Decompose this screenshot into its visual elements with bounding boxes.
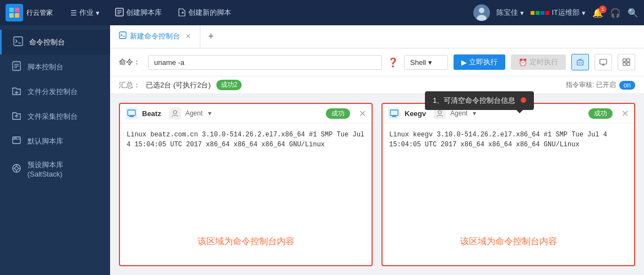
success-badge: 成功2 bbox=[216, 80, 242, 90]
close-beatz[interactable]: ✕ bbox=[359, 108, 366, 119]
tooltip-popup: 1、可清空命令控制台信息 bbox=[425, 91, 534, 110]
help-icon[interactable]: ❓ bbox=[388, 57, 399, 68]
exec-schedule-button[interactable]: ⏰ 定时执行 bbox=[511, 54, 566, 70]
terminal-keegv: Keegv Agent ▾ 成功 ✕ Linux keegv 3.10.0-51… bbox=[381, 103, 635, 266]
desktop-view-button[interactable] bbox=[594, 54, 612, 70]
sidebar-item-preset-lib[interactable]: 预设脚本库 (SaltStack) bbox=[0, 153, 110, 185]
sidebar-file-collect-label: 文件采集控制台 bbox=[28, 112, 78, 122]
svg-rect-2 bbox=[9, 13, 14, 18]
file-dist-icon bbox=[11, 86, 22, 97]
logo: 行云管家 bbox=[6, 4, 53, 21]
group-chevron-icon: ▾ bbox=[582, 9, 586, 17]
tooltip-text: 1、可清空命令控制台信息 bbox=[433, 96, 515, 105]
agent-label-beatz: Agent bbox=[185, 109, 203, 117]
grid-view-button[interactable] bbox=[618, 54, 635, 70]
top-right: 陈宝佳 ▾ IT运维部 ▾ 🔔 1 🎧 🔍 bbox=[473, 4, 638, 21]
top-menu: ☰ 作业 ▾ 创建脚本库 创建 bbox=[64, 4, 473, 21]
audit-label: 指令审核: 已开启 bbox=[566, 80, 616, 90]
preset-lib-icon bbox=[11, 163, 22, 175]
notification-badge: 1 bbox=[599, 6, 607, 13]
nav-create-lib-label: 创建脚本库 bbox=[126, 8, 162, 18]
sidebar-item-file-collect[interactable]: 文件采集控制台 bbox=[0, 104, 110, 129]
agent-icon-beatz bbox=[169, 107, 181, 119]
terminals-area: Beatz Agent ▾ 成功 ✕ Linux beatz.com.cn 3.… bbox=[110, 94, 644, 275]
svg-point-26 bbox=[15, 167, 18, 170]
file-collect-icon bbox=[11, 111, 22, 122]
svg-rect-42 bbox=[623, 63, 626, 65]
svg-rect-13 bbox=[14, 37, 23, 46]
tab-close-icon[interactable]: ✕ bbox=[185, 32, 191, 40]
terminal-placeholder-beatz: 该区域为命令控制台内容 bbox=[198, 235, 294, 249]
tab-add-button[interactable]: + bbox=[200, 25, 222, 48]
terminal-beatz: Beatz Agent ▾ 成功 ✕ Linux beatz.com.cn 3.… bbox=[119, 103, 373, 266]
sidebar-file-dist-label: 文件分发控制台 bbox=[28, 87, 78, 97]
terminal-body-beatz: Linux beatz.com.cn 3.10.0-514.26.2.el7.x… bbox=[120, 123, 372, 265]
sidebar-script-label: 脚本控制台 bbox=[28, 62, 63, 72]
content-area: 新建命令控制台 ✕ + 命令： ❓ Shell ▾ ▶ 立即执行 ⏰ 定时执行 bbox=[110, 25, 644, 275]
default-lib-icon bbox=[11, 135, 22, 147]
agent-label-keegv: Agent bbox=[450, 109, 467, 117]
audit-info: 指令审核: 已开启 on bbox=[566, 80, 635, 90]
sidebar-item-cmd-console[interactable]: 命令控制台 bbox=[0, 30, 110, 54]
sidebar-item-script-console[interactable]: 脚本控制台 bbox=[0, 54, 110, 79]
cmd-input[interactable] bbox=[148, 55, 382, 70]
exec-schedule-label: 定时执行 bbox=[530, 57, 558, 67]
nav-work-label: 作业 bbox=[79, 8, 94, 18]
tab-bar: 新建命令控制台 ✕ + bbox=[110, 25, 644, 48]
sidebar-default-lib-label: 默认脚本库 bbox=[28, 136, 63, 146]
red-dot-indicator bbox=[521, 97, 526, 103]
exec-now-button[interactable]: ▶ 立即执行 bbox=[454, 54, 505, 70]
svg-point-23 bbox=[14, 138, 15, 139]
shell-select[interactable]: Shell ▾ bbox=[404, 55, 448, 70]
svg-rect-40 bbox=[623, 59, 626, 62]
create-lib-icon bbox=[115, 8, 124, 18]
top-navigation: 行云管家 ☰ 作业 ▾ 创建脚本库 bbox=[0, 0, 644, 25]
terminal-beatz-header: Beatz Agent ▾ 成功 ✕ bbox=[120, 104, 372, 123]
it-group[interactable]: IT运维部 ▾ bbox=[531, 8, 586, 18]
exec-now-label: 立即执行 bbox=[469, 57, 498, 67]
headset-icon[interactable]: 🎧 bbox=[610, 8, 621, 18]
avatar bbox=[473, 4, 490, 21]
bell-container: 🔔 1 bbox=[592, 8, 603, 18]
agent-select-keegv[interactable]: ▾ bbox=[473, 109, 476, 117]
user-name[interactable]: 陈宝佳 ▾ bbox=[496, 8, 524, 18]
sidebar-item-default-lib[interactable]: 默认脚本库 bbox=[0, 129, 110, 153]
svg-rect-33 bbox=[577, 61, 583, 65]
nav-work[interactable]: ☰ 作业 ▾ bbox=[64, 4, 106, 21]
shell-label: Shell bbox=[410, 58, 426, 67]
svg-rect-1 bbox=[15, 8, 19, 12]
cmd-console-icon bbox=[13, 36, 24, 48]
sidebar-cmd-label: 命令控制台 bbox=[29, 37, 65, 47]
search-icon[interactable]: 🔍 bbox=[627, 8, 638, 18]
status-badge-keegv: 成功 bbox=[588, 108, 613, 119]
close-keegv[interactable]: ✕ bbox=[621, 108, 629, 119]
play-icon: ▶ bbox=[461, 58, 467, 67]
svg-point-51 bbox=[438, 111, 441, 114]
shell-chevron-icon: ▾ bbox=[428, 58, 432, 67]
logo-text: 行云管家 bbox=[26, 8, 53, 18]
svg-rect-37 bbox=[600, 59, 607, 64]
tab-label: 新建命令控制台 bbox=[130, 31, 180, 41]
clock-icon: ⏰ bbox=[519, 58, 527, 67]
hostname-beatz: Beatz bbox=[142, 109, 161, 118]
svg-rect-43 bbox=[627, 63, 630, 65]
nav-create-script-lib[interactable]: 创建脚本库 bbox=[108, 4, 168, 21]
cmd-label: 命令： bbox=[119, 57, 140, 67]
chevron-down-icon: ▾ bbox=[96, 9, 100, 17]
user-chevron-icon: ▾ bbox=[520, 9, 524, 17]
logo-icon bbox=[6, 4, 23, 21]
terminal-output-keegv: Linux keegv 3.10.0-514.26.2.el7.x86_64 #… bbox=[389, 130, 627, 150]
tab-icon bbox=[119, 31, 127, 41]
summary-bar: 汇总： 已选2台 (可执行2台) 成功2 指令审核: 已开启 on bbox=[110, 76, 644, 94]
agent-select-beatz[interactable]: ▾ bbox=[208, 109, 211, 117]
nav-create-new-script[interactable]: 创建新的脚本 bbox=[171, 4, 238, 21]
tab-new-cmd-console[interactable]: 新建命令控制台 ✕ bbox=[110, 25, 200, 48]
svg-rect-3 bbox=[15, 13, 19, 18]
terminal-placeholder-keegv: 该区域为命令控制台内容 bbox=[460, 235, 557, 249]
clear-button[interactable] bbox=[571, 54, 589, 70]
audit-toggle[interactable]: on bbox=[619, 81, 635, 90]
sidebar-item-file-dist[interactable]: 文件分发控制台 bbox=[0, 79, 110, 104]
svg-rect-48 bbox=[390, 110, 398, 116]
svg-point-11 bbox=[479, 8, 484, 13]
hostname-keegv: Keegv bbox=[405, 109, 426, 118]
